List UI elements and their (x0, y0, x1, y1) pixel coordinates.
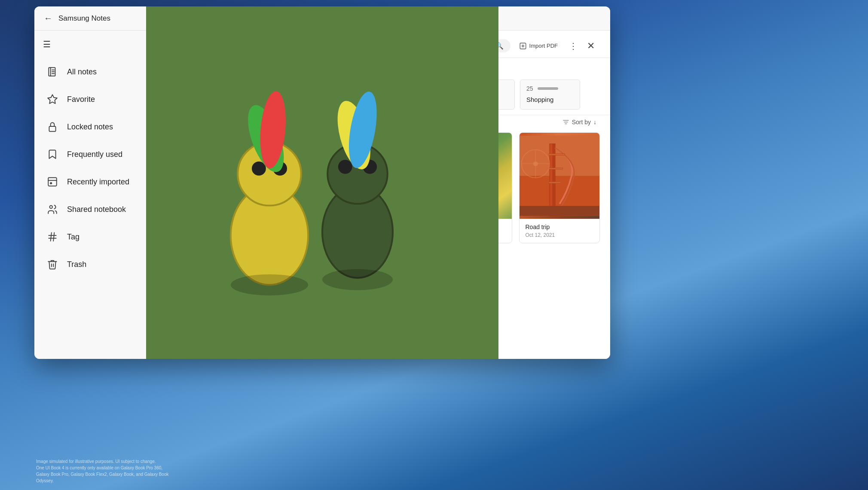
note-card-souvenir[interactable]: Souvenir Oct 20, 2021 (431, 132, 512, 243)
svg-rect-62 (549, 181, 561, 183)
svg-rect-61 (549, 168, 563, 169)
notes-panel: All notes 🔍 Import PDF ⋮ ✕ 🗂 (245, 31, 610, 359)
main-content: ☰ ⚙ All notes 245 Favorite 9 (34, 31, 610, 359)
notes-grid: 10:00 am arriving at San Francisco, *nee… (245, 129, 610, 359)
bottom-info: Image simulated for illustrative purpose… (36, 458, 174, 484)
bottom-info-line1: Image simulated for illustrative purpose… (36, 459, 156, 464)
note-card-preview-road-trip (520, 133, 600, 219)
bottom-info-line2: One UI Book 4 is currently only availabl… (36, 466, 162, 470)
svg-rect-41 (431, 132, 498, 243)
svg-point-67 (533, 161, 538, 166)
svg-rect-57 (520, 135, 600, 175)
svg-rect-60 (549, 153, 565, 155)
note-card-preview-souvenir (431, 133, 512, 219)
svg-rect-63 (520, 205, 600, 215)
bottom-info-line3: Galaxy Book Pro, Galaxy Book Flex2, Gala… (36, 472, 168, 483)
app-window: ← Samsung Notes ☰ ⚙ All notes 245 (34, 6, 610, 359)
